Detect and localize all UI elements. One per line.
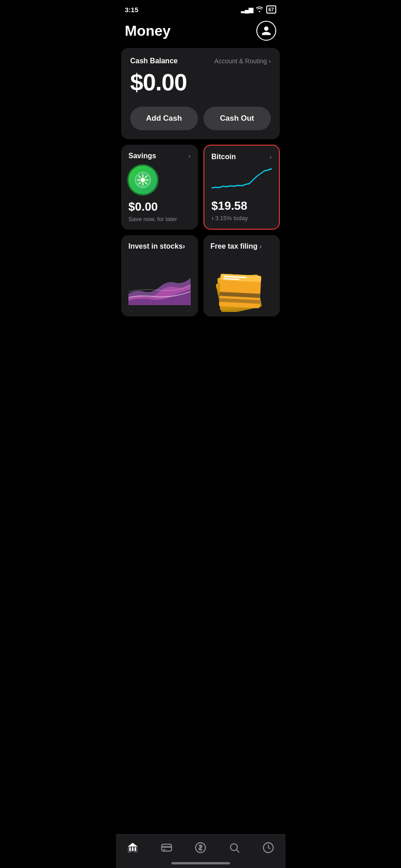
account-routing-chevron: › <box>269 57 271 65</box>
page-title: Money <box>125 23 170 39</box>
cash-out-button[interactable]: Cash Out <box>203 107 271 130</box>
svg-line-8 <box>139 183 141 184</box>
savings-title: Savings <box>128 152 156 160</box>
battery-icon: 67 <box>266 5 276 14</box>
card-top-row: Cash Balance Account & Routing › <box>130 57 271 65</box>
savings-amount: $0.00 <box>128 200 191 214</box>
bitcoin-change: ↑ 3.15% today <box>212 215 272 222</box>
svg-rect-9 <box>128 305 191 312</box>
bitcoin-chart <box>212 166 272 193</box>
savings-card[interactable]: Savings › $0.00 Save now, for l <box>121 145 198 230</box>
savings-sun-icon <box>137 174 149 186</box>
cash-balance-label: Cash Balance <box>130 57 178 65</box>
savings-icon-inner <box>135 172 151 188</box>
tax-filing-card[interactable]: Free tax filing › <box>203 235 280 316</box>
invest-title: Invest in stocks› <box>128 242 185 250</box>
bitcoin-card[interactable]: Bitcoin › $19.58 ↑ 3.15% today <box>203 145 280 230</box>
svg-point-0 <box>141 178 145 182</box>
account-routing-link[interactable]: Account & Routing › <box>214 57 271 65</box>
tax-chevron: › <box>259 243 262 250</box>
savings-card-header: Savings › <box>128 152 191 160</box>
bitcoin-title: Bitcoin <box>212 153 236 161</box>
savings-icon <box>128 165 157 194</box>
tax-card-header: Free tax filing › <box>211 242 273 250</box>
invest-stocks-card[interactable]: Invest in stocks› <box>121 235 198 316</box>
savings-chevron: › <box>189 152 191 160</box>
bitcoin-change-text: 3.15% today <box>215 215 248 222</box>
invest-card-header: Invest in stocks› <box>128 242 191 250</box>
profile-button[interactable] <box>256 21 276 41</box>
cash-balance-amount: $0.00 <box>130 69 271 96</box>
profile-icon <box>261 25 272 36</box>
tax-title: Free tax filing › <box>211 242 262 250</box>
savings-subtitle: Save now, for later <box>128 216 191 222</box>
tax-img-area <box>211 258 273 312</box>
savings-bitcoin-row: Savings › $0.00 Save now, for l <box>121 145 280 230</box>
tax-illustration <box>212 264 271 312</box>
wifi-icon <box>255 6 264 14</box>
svg-line-7 <box>146 176 147 178</box>
signal-icon: ▂▄▆ <box>241 6 253 13</box>
bitcoin-chevron: › <box>269 153 272 160</box>
status-bar: 3:15 ▂▄▆ 67 <box>116 0 285 15</box>
status-time: 3:15 <box>125 6 138 14</box>
status-right-icons: ▂▄▆ 67 <box>241 5 276 14</box>
invest-chevron: › <box>183 242 185 250</box>
bitcoin-up-arrow: ↑ <box>212 216 214 221</box>
bitcoin-amount: $19.58 <box>212 199 272 213</box>
bitcoin-card-header: Bitcoin › <box>212 153 272 161</box>
account-routing-text: Account & Routing <box>214 57 267 65</box>
invest-tax-row: Invest in stocks› Free tax filing › <box>121 235 280 316</box>
svg-line-6 <box>146 183 147 184</box>
svg-line-5 <box>139 176 141 178</box>
app-header: Money <box>116 15 285 48</box>
action-buttons: Add Cash Cash Out <box>130 107 271 130</box>
invest-chart-area <box>128 258 191 312</box>
add-cash-button[interactable]: Add Cash <box>130 107 198 130</box>
cash-balance-card: Cash Balance Account & Routing › $0.00 A… <box>121 48 280 139</box>
